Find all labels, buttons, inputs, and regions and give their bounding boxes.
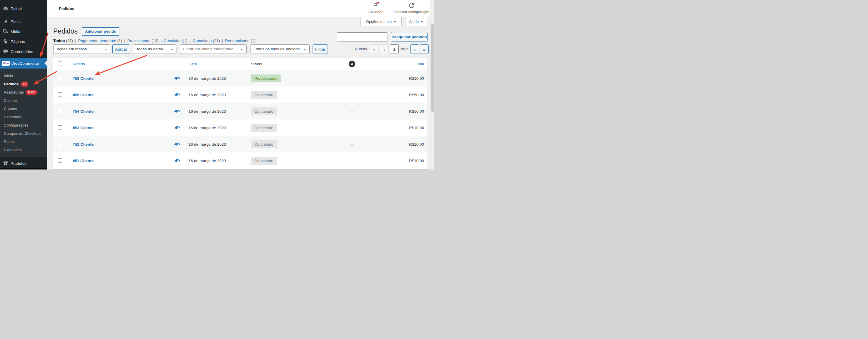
order-link[interactable]: #54 Cliente bbox=[73, 103, 93, 119]
page-scrollbar bbox=[431, 0, 434, 169]
order-link[interactable]: #58 Cliente bbox=[73, 70, 93, 86]
screen-options-button[interactable]: Opções de tela bbox=[361, 17, 402, 26]
filter-pagamento-pendente[interactable]: Pagamento pendente (1) bbox=[78, 38, 122, 43]
status-badge: Cancelado bbox=[251, 124, 277, 132]
select-all-checkbox[interactable] bbox=[58, 61, 62, 66]
order-date: 16 de março de 2023 bbox=[188, 119, 226, 136]
chevron-down-icon bbox=[104, 48, 107, 51]
bulk-actions-select[interactable]: Ações em massa bbox=[53, 45, 110, 54]
scrollbar-thumb[interactable] bbox=[431, 24, 434, 112]
first-page-button[interactable]: « bbox=[370, 45, 379, 54]
sidebar-item-label: Painel bbox=[10, 6, 22, 11]
sidebar-item-midia[interactable]: Mídia bbox=[0, 27, 47, 36]
sidebar-bottom-divider bbox=[0, 168, 47, 169]
order-total: R$50.00 bbox=[409, 103, 424, 119]
recurring-cell: – bbox=[349, 119, 355, 136]
submenu-item-status[interactable]: Status bbox=[0, 138, 47, 146]
filter-button[interactable]: Filtrar bbox=[313, 45, 328, 54]
dashboard-icon bbox=[3, 6, 8, 11]
sidebar-item-posts[interactable]: Posts bbox=[0, 17, 47, 27]
order-link[interactable]: #51 Cliente bbox=[73, 152, 93, 169]
preview-eye-icon[interactable] bbox=[174, 152, 180, 169]
sidebar-item-woocommerce[interactable]: Woo WooCommerce bbox=[0, 58, 47, 68]
status-badge: Cancelado bbox=[251, 157, 277, 165]
sidebar-item-paginas[interactable]: Páginas bbox=[0, 36, 47, 47]
filter-cancelado[interactable]: Cancelado (21) bbox=[193, 38, 220, 43]
sidebar-item-produtos[interactable]: Produtos bbox=[0, 158, 47, 168]
customer-filter-select[interactable]: Filtrar por cliente cadastrado bbox=[180, 45, 247, 54]
activity-button[interactable]: Atividade bbox=[368, 2, 383, 14]
submenu-item-campos-checkout[interactable]: Campos do Checkout bbox=[0, 130, 47, 138]
prev-page-button[interactable]: ‹ bbox=[380, 45, 389, 54]
submenu-item-inicio[interactable]: Início bbox=[0, 72, 47, 80]
submenu-item-extensoes[interactable]: Extensões bbox=[0, 146, 47, 154]
search-orders-input[interactable] bbox=[337, 32, 388, 41]
order-date: 30 de março de 2023 bbox=[188, 70, 226, 86]
submenu-item-configuracoes[interactable]: Configurações bbox=[0, 121, 47, 130]
search-orders-button[interactable]: Pesquisar pedidos bbox=[391, 32, 428, 41]
woocommerce-icon: Woo bbox=[2, 61, 10, 66]
table-row: #54 Cliente 16 de março de 2023 Cancelad… bbox=[53, 103, 427, 119]
help-button[interactable]: Ajuda bbox=[405, 17, 427, 26]
submenu-item-relatorios[interactable]: Relatórios bbox=[0, 113, 47, 121]
sidebar-item-comentarios[interactable]: Comentários bbox=[0, 47, 47, 57]
order-status-filters: Todos (37) | Pagamento pendente (1) | Pr… bbox=[53, 38, 255, 43]
row-checkbox[interactable] bbox=[58, 158, 62, 163]
flag-icon bbox=[373, 2, 379, 9]
order-total: R$10.00 bbox=[409, 136, 424, 152]
status-badge: Cancelado bbox=[251, 107, 277, 115]
order-date: 16 de março de 2023 bbox=[188, 136, 226, 152]
admin-top-bar: Pedidos Atividade Concluir configuração bbox=[47, 0, 434, 17]
active-menu-notch bbox=[44, 61, 47, 66]
apply-button[interactable]: Aplicar bbox=[112, 45, 130, 54]
sidebar-item-label: Mídia bbox=[10, 29, 20, 34]
column-header-pedido[interactable]: Pedido bbox=[73, 58, 85, 70]
sidebar-item-label: Comentários bbox=[10, 50, 33, 54]
preview-eye-icon[interactable] bbox=[174, 103, 180, 119]
last-page-button[interactable]: » bbox=[420, 45, 429, 54]
order-date: 16 de março de 2023 bbox=[188, 86, 226, 103]
row-checkbox[interactable] bbox=[58, 92, 62, 97]
row-checkbox[interactable] bbox=[58, 125, 62, 130]
finish-setup-button[interactable]: Concluir configuração bbox=[394, 2, 429, 14]
status-badge: Processando bbox=[251, 75, 281, 82]
row-checkbox[interactable] bbox=[58, 142, 62, 146]
chevron-down-icon bbox=[170, 48, 174, 51]
table-row: #51 Cliente 16 de março de 2023 Cancelad… bbox=[53, 152, 427, 169]
submenu-item-assinaturas[interactable]: Assinaturasteste bbox=[0, 88, 47, 96]
filter-reembolsado[interactable]: Reembolsado (1) bbox=[225, 38, 255, 43]
column-header-total[interactable]: Total bbox=[415, 58, 424, 70]
order-link[interactable]: #55 Cliente bbox=[73, 86, 93, 103]
sidebar-item-painel[interactable]: Painel bbox=[0, 3, 47, 13]
submenu-item-pedidos[interactable]: Pedidos13 bbox=[0, 80, 47, 88]
preview-eye-icon[interactable] bbox=[174, 119, 180, 136]
recurring-cell: – bbox=[349, 136, 355, 152]
preview-eye-icon[interactable] bbox=[174, 86, 180, 103]
submenu-item-cupons[interactable]: Cupons bbox=[0, 105, 47, 113]
preview-eye-icon[interactable] bbox=[174, 136, 180, 152]
order-type-select[interactable]: Todos os tipos de pedidos bbox=[250, 45, 310, 54]
notification-dot-icon bbox=[377, 1, 380, 4]
row-checkbox[interactable] bbox=[58, 76, 62, 80]
current-page-input[interactable] bbox=[390, 45, 399, 54]
order-link[interactable]: #53 Cliente bbox=[73, 119, 93, 136]
filter-concluido[interactable]: Concluído (1) bbox=[164, 38, 188, 43]
submenu-item-clientes[interactable]: Clientes bbox=[0, 96, 47, 105]
filter-todos[interactable]: Todos (37) bbox=[53, 38, 73, 43]
next-page-button[interactable]: › bbox=[410, 45, 419, 54]
page-title: Pedidos bbox=[59, 0, 74, 17]
row-checkbox[interactable] bbox=[58, 109, 62, 113]
progress-pie-icon bbox=[408, 2, 415, 9]
preview-eye-icon[interactable] bbox=[174, 70, 180, 86]
order-link[interactable]: #52 Cliente bbox=[73, 136, 93, 152]
dates-filter-select[interactable]: Todas as datas bbox=[133, 45, 177, 54]
filter-processando[interactable]: Processando (13) bbox=[127, 38, 159, 43]
column-header-data[interactable]: Data bbox=[188, 58, 197, 70]
status-badge: Cancelado bbox=[251, 91, 277, 99]
orders-heading: Pedidos bbox=[53, 27, 78, 36]
sidebar-item-label: Páginas bbox=[10, 39, 25, 44]
add-order-button[interactable]: Adicionar pedido bbox=[82, 27, 119, 36]
chevron-down-icon bbox=[394, 21, 396, 22]
woocommerce-submenu: Início Pedidos13 Assinaturasteste Client… bbox=[0, 68, 47, 157]
table-row: #53 Cliente 16 de março de 2023 Cancelad… bbox=[53, 119, 427, 136]
